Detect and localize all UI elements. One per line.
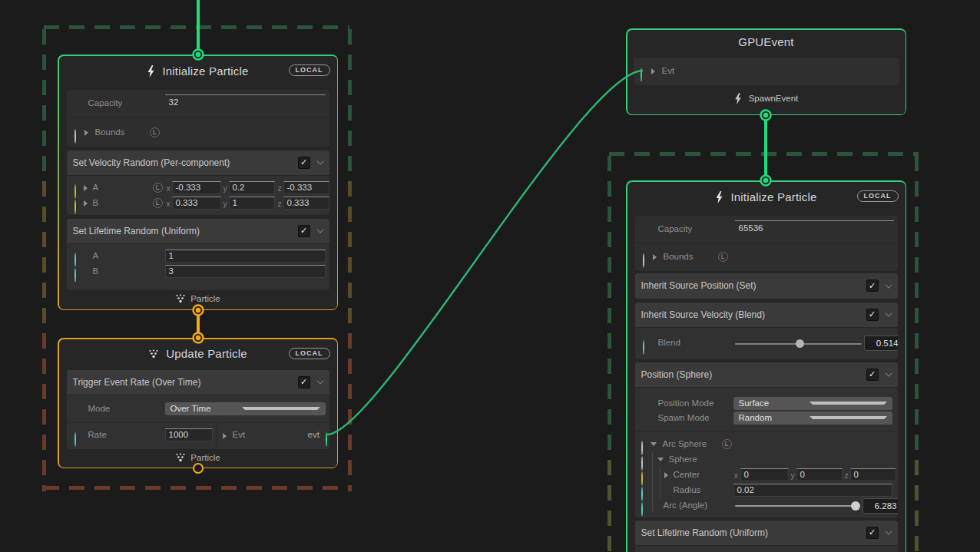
system-border-left-east-brown — [348, 333, 352, 491]
system-border-right-east-olive — [915, 460, 919, 552]
block-set-lifetime-random[interactable]: Set Lifetime Random (Uniform) ✓ A 1 B 3 — [67, 219, 329, 290]
chevron-down-icon[interactable] — [316, 226, 323, 233]
block-trigger-event-rate[interactable]: Trigger Event Rate (Over Time) ✓ Mode Ov… — [67, 370, 329, 449]
block-inherit-source-position[interactable]: Inherit Source Position (Set) ✓ — [635, 273, 898, 299]
axis-x-label: x — [167, 199, 171, 208]
block-enabled-checkbox[interactable]: ✓ — [298, 157, 310, 169]
axis-y-label: y — [791, 471, 795, 480]
expand-triangle-icon[interactable] — [84, 130, 88, 136]
arc-sphere-label: Arc Sphere — [663, 439, 707, 448]
block-enabled-checkbox[interactable]: ✓ — [866, 369, 879, 381]
port-b[interactable] — [74, 268, 76, 283]
local-space-toggle[interactable]: L — [722, 439, 732, 449]
chevron-down-icon[interactable] — [885, 369, 892, 376]
center-y-field[interactable]: 0 — [796, 468, 843, 481]
blend-slider-handle[interactable] — [796, 339, 804, 348]
capacity-field[interactable]: 65536 — [735, 220, 894, 233]
collapse-triangle-icon[interactable] — [657, 458, 664, 461]
node-title: Initialize Particle — [162, 64, 248, 78]
chevron-down-icon[interactable] — [885, 309, 892, 316]
evt-slot-label: Evt — [233, 430, 246, 439]
evt-input-panel: Evt — [634, 58, 899, 85]
b-y-field[interactable]: 1 — [229, 197, 275, 210]
bounds-port[interactable] — [74, 129, 76, 144]
a-x-field[interactable]: -0.333 — [172, 181, 221, 194]
b-z-field[interactable]: 0.333 — [283, 197, 329, 210]
block-set-velocity-random[interactable]: Set Velocity Random (Per-component) ✓ A … — [67, 150, 329, 215]
radius-field[interactable]: 0.02 — [733, 484, 892, 497]
context-gpuevent[interactable]: GPUEvent Evt SpawnEvent — [626, 28, 906, 115]
vfx-graph-canvas[interactable]: Initialize Particle LOCAL Capacity 32 Bo… — [0, 0, 980, 552]
blend-port[interactable] — [643, 340, 644, 355]
system-border-left-west-brown — [42, 333, 46, 491]
block-inherit-source-velocity[interactable]: Inherit Source Velocity (Blend) ✓ Blend … — [635, 302, 898, 359]
expand-triangle-icon[interactable] — [84, 200, 88, 207]
port-b[interactable] — [74, 200, 76, 214]
block-enabled-checkbox[interactable]: ✓ — [866, 279, 879, 292]
expand-triangle-icon[interactable] — [223, 433, 227, 439]
block-enabled-checkbox[interactable]: ✓ — [298, 376, 310, 388]
mode-dropdown[interactable]: Over Time — [165, 402, 326, 415]
center-z-field[interactable]: 0 — [850, 468, 896, 481]
arc-slider-track[interactable] — [735, 505, 856, 507]
particle-icon — [175, 294, 186, 303]
chevron-down-icon[interactable] — [885, 281, 892, 288]
rate-port[interactable] — [74, 432, 76, 447]
arc-slider-handle[interactable] — [851, 501, 860, 511]
arc-port[interactable] — [641, 502, 643, 517]
flow-output-label: Particle — [190, 453, 220, 462]
center-x-field[interactable]: 0 — [740, 468, 789, 481]
evt-input-port[interactable] — [641, 68, 642, 82]
chevron-down-icon[interactable] — [316, 377, 323, 384]
a-z-field[interactable]: -0.333 — [283, 181, 329, 194]
evt-output-port[interactable] — [326, 432, 327, 447]
context-header[interactable]: Initialize Particle LOCAL — [627, 182, 906, 213]
context-initialize-particle-left[interactable]: Initialize Particle LOCAL Capacity 32 Bo… — [58, 55, 338, 310]
a-y-field[interactable]: 0.2 — [229, 181, 275, 194]
spawn-mode-dropdown[interactable]: Random — [733, 412, 892, 425]
local-space-toggle[interactable]: L — [718, 252, 728, 262]
local-space-toggle[interactable]: L — [153, 183, 163, 193]
context-header[interactable]: GPUEvent — [627, 30, 906, 55]
a-field[interactable]: 1 — [165, 250, 326, 263]
expand-triangle-icon[interactable] — [664, 472, 668, 478]
local-space-toggle[interactable]: L — [150, 127, 160, 137]
particle-icon — [148, 349, 159, 359]
capacity-field[interactable]: 32 — [165, 94, 326, 107]
bounds-port[interactable] — [643, 253, 644, 268]
arc-value-field[interactable]: 6.283 — [862, 498, 898, 514]
edge-evt-to-gpuevent[interactable] — [327, 71, 643, 435]
position-mode-dropdown[interactable]: Surface — [733, 397, 892, 410]
local-space-toggle[interactable]: L — [153, 198, 163, 208]
chevron-down-icon[interactable] — [885, 527, 892, 534]
block-enabled-checkbox[interactable]: ✓ — [866, 309, 879, 321]
chevron-down-icon[interactable] — [316, 157, 323, 164]
context-header[interactable]: Initialize Particle LOCAL — [59, 56, 337, 87]
axis-z-label: z — [278, 183, 282, 193]
capacity-label: Capacity — [658, 224, 693, 233]
collapse-triangle-icon[interactable] — [651, 442, 657, 446]
b-x-field[interactable]: 0.333 — [172, 197, 221, 210]
blend-value-field[interactable]: 0.514 — [864, 335, 898, 351]
context-update-particle[interactable]: Update Particle LOCAL Trigger Event Rate… — [58, 338, 338, 468]
particle-icon — [175, 453, 186, 462]
system-border-right-west-olive — [608, 460, 611, 552]
block-enabled-checkbox[interactable]: ✓ — [298, 225, 310, 237]
system-border-left-top — [44, 25, 349, 29]
expand-triangle-icon[interactable] — [651, 68, 655, 74]
block-set-lifetime-random[interactable]: Set Lifetime Random (Uniform) ✓ — [635, 521, 898, 552]
block-enabled-checkbox[interactable]: ✓ — [866, 527, 879, 539]
expand-triangle-icon[interactable] — [84, 185, 88, 191]
bounds-label: Bounds — [664, 252, 694, 261]
axis-x-label: x — [167, 183, 171, 193]
blend-label: Blend — [658, 338, 680, 347]
rate-field[interactable]: 1000 — [165, 428, 213, 441]
context-initialize-particle-right[interactable]: Initialize Particle LOCAL Capacity 65536… — [626, 180, 906, 552]
system-border-right-top — [609, 152, 919, 156]
block-position-sphere[interactable]: Position (Sphere) ✓ Position Mode Surfac… — [635, 362, 898, 517]
b-field[interactable]: 3 — [165, 265, 326, 278]
radius-label: Radius — [674, 485, 701, 494]
settings-panel: Capacity 32 Bounds L — [67, 90, 329, 147]
expand-triangle-icon[interactable] — [653, 254, 657, 260]
context-header[interactable]: Update Particle LOCAL — [59, 339, 337, 369]
